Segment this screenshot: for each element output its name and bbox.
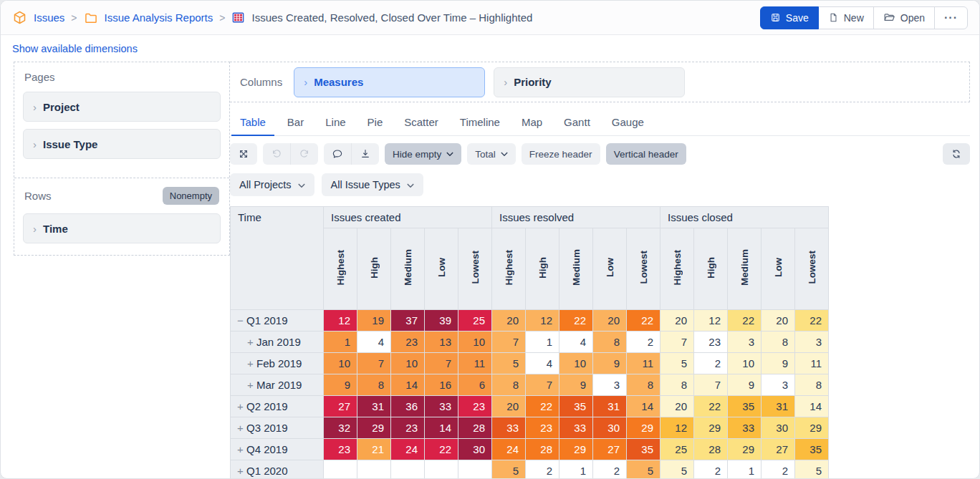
data-cell[interactable]: 36 [391,396,425,417]
data-cell[interactable]: 22 [526,396,559,417]
row-label-jan-2019[interactable]: +Jan 2019 [231,332,324,353]
expand-icon[interactable]: + [246,379,254,391]
data-cell[interactable]: 3 [728,332,762,353]
data-cell[interactable]: 4 [559,332,593,353]
data-cell[interactable]: 5 [660,353,694,374]
data-cell[interactable]: 20 [492,396,526,417]
data-cell[interactable]: 2 [694,460,728,479]
data-cell[interactable]: 28 [694,439,728,460]
priority-header-issues-resolved-high[interactable]: High [526,228,559,310]
data-cell[interactable]: 22 [559,310,593,332]
data-cell[interactable]: 3 [795,332,829,353]
data-cell[interactable]: 23 [324,439,357,460]
refresh-button[interactable] [943,143,970,165]
data-cell[interactable]: 39 [425,310,458,332]
data-cell[interactable]: 8 [627,374,660,396]
data-cell[interactable]: 10 [559,353,593,374]
data-cell[interactable]: 2 [593,460,627,479]
data-cell[interactable]: 29 [728,439,762,460]
data-cell[interactable]: 2 [526,460,559,479]
tab-gauge[interactable]: Gauge [603,112,653,135]
hide-empty-button[interactable]: Hide empty [385,143,461,165]
data-cell[interactable]: 5 [660,460,694,479]
data-cell[interactable]: 5 [492,353,526,374]
data-cell[interactable]: 33 [559,417,593,439]
data-cell[interactable]: 27 [593,439,627,460]
row-label-q3-2019[interactable]: +Q3 2019 [231,417,324,439]
dimension-chip-issue-type[interactable]: ›Issue Type [23,129,221,159]
row-label-q4-2019[interactable]: +Q4 2019 [231,439,324,460]
data-cell[interactable]: 7 [357,353,391,374]
data-cell[interactable]: 7 [425,353,458,374]
data-cell[interactable]: 28 [526,439,559,460]
data-cell[interactable]: 20 [593,310,627,332]
swap-axes-button[interactable] [230,143,257,165]
expand-icon[interactable]: + [236,422,244,434]
data-cell[interactable]: 31 [357,396,391,417]
data-cell[interactable]: 33 [492,417,526,439]
tab-map[interactable]: Map [513,112,551,135]
data-cell[interactable]: 35 [627,439,660,460]
data-cell[interactable]: 8 [762,332,795,353]
data-cell[interactable]: 8 [795,374,829,396]
data-cell[interactable]: 27 [762,439,795,460]
data-cell[interactable]: 29 [559,439,593,460]
data-cell[interactable]: 14 [391,374,425,396]
data-cell[interactable]: 24 [391,439,425,460]
data-cell[interactable]: 12 [526,310,559,332]
data-cell[interactable]: 8 [593,332,627,353]
undo-button[interactable] [263,143,291,165]
data-cell[interactable]: 31 [762,396,795,417]
tab-line[interactable]: Line [317,112,354,135]
data-cell[interactable]: 2 [762,460,795,479]
data-cell[interactable]: 35 [559,396,593,417]
data-cell[interactable]: 12 [324,310,357,332]
data-cell[interactable]: 2 [627,332,660,353]
priority-header-issues-created-medium[interactable]: Medium [391,228,425,310]
measure-header-issues-created[interactable]: Issues created [324,207,492,228]
data-cell[interactable]: 22 [425,439,458,460]
tab-gantt[interactable]: Gantt [555,112,599,135]
data-cell[interactable]: 27 [324,396,357,417]
data-cell[interactable]: 1 [324,332,357,353]
priority-header-issues-resolved-low[interactable]: Low [593,228,627,310]
priority-header-issues-resolved-lowest[interactable]: Lowest [627,228,660,310]
data-cell[interactable]: 23 [458,396,492,417]
data-cell[interactable]: 29 [694,417,728,439]
data-cell[interactable]: 14 [627,396,660,417]
issue-types-filter[interactable]: All Issue Types [322,173,423,196]
data-cell[interactable]: 37 [391,310,425,332]
data-cell[interactable]: 7 [694,374,728,396]
data-cell[interactable]: 7 [492,332,526,353]
data-cell[interactable]: 32 [324,417,357,439]
data-cell[interactable] [357,460,391,479]
redo-button[interactable] [291,143,318,165]
vertical-header-button[interactable]: Vertical header [606,143,686,165]
data-cell[interactable]: 24 [492,439,526,460]
data-cell[interactable]: 25 [458,310,492,332]
data-cell[interactable]: 11 [458,353,492,374]
data-cell[interactable]: 5 [492,460,526,479]
open-button[interactable]: Open [873,6,935,29]
breadcrumb-app-link[interactable]: Issues [34,11,64,24]
data-cell[interactable]: 10 [324,353,357,374]
data-cell[interactable]: 14 [425,417,458,439]
data-cell[interactable]: 20 [762,310,795,332]
data-cell[interactable]: 9 [762,353,795,374]
data-cell[interactable]: 30 [762,417,795,439]
priority-header-issues-created-high[interactable]: High [357,228,391,310]
data-cell[interactable] [425,460,458,479]
data-cell[interactable]: 11 [627,353,660,374]
row-label-q2-2019[interactable]: +Q2 2019 [231,396,324,417]
data-cell[interactable]: 3 [593,374,627,396]
data-cell[interactable]: 31 [593,396,627,417]
expand-icon[interactable]: + [236,465,244,477]
data-cell[interactable]: 29 [627,417,660,439]
data-cell[interactable]: 35 [728,396,762,417]
tab-table[interactable]: Table [231,112,274,136]
data-cell[interactable]: 7 [526,374,559,396]
data-cell[interactable] [458,460,492,479]
dimension-chip-priority[interactable]: ›Priority [494,67,685,97]
expand-icon[interactable]: + [236,400,244,412]
row-label-mar-2019[interactable]: +Mar 2019 [231,374,324,396]
